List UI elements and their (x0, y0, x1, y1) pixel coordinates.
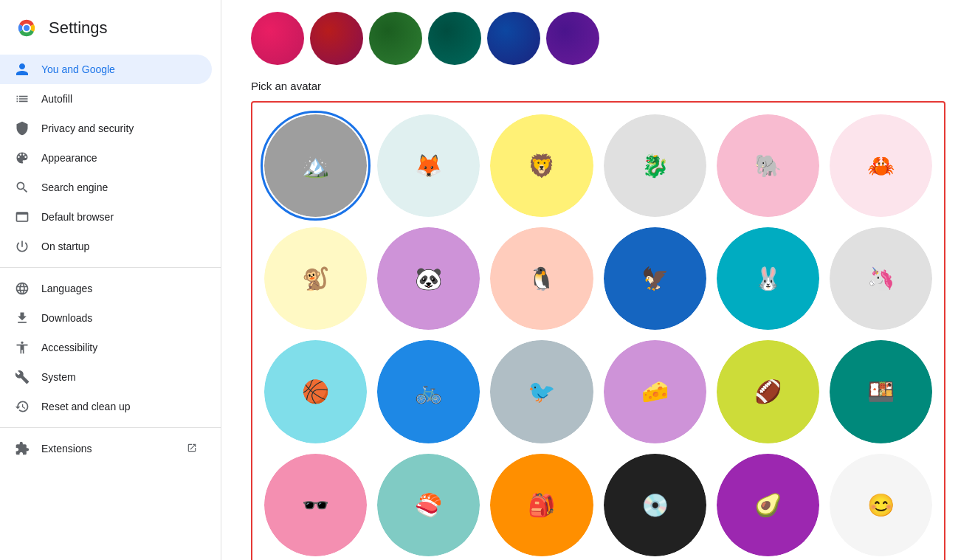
sidebar-item-extensions[interactable]: Extensions (0, 434, 212, 463)
sidebar-item-on-startup[interactable]: On startup (0, 232, 212, 261)
avatar-image: 🎒 (490, 454, 593, 556)
avatar-image: 🏈 (717, 340, 819, 443)
avatar-item[interactable]: 🐰 (717, 227, 819, 330)
sidebar-item-label-downloads: Downloads (41, 312, 92, 324)
section-title: Pick an avatar (251, 80, 945, 92)
sidebar-item-search-engine[interactable]: Search engine (0, 173, 212, 202)
avatar-item[interactable]: 🐉 (604, 114, 706, 217)
shield-icon (15, 121, 30, 136)
avatar-image: 🐒 (264, 227, 367, 330)
avatar-item[interactable]: 🐦 (490, 340, 593, 443)
sidebar-item-downloads[interactable]: Downloads (0, 303, 212, 333)
sidebar-item-languages[interactable]: Languages (0, 274, 212, 303)
search-icon (15, 180, 30, 195)
avatar-image: 🏔️ (264, 114, 367, 217)
avatar-item[interactable]: 🧀 (604, 340, 706, 443)
sidebar-item-label-languages: Languages (41, 283, 92, 294)
avatar-image: 🦅 (604, 227, 706, 330)
sidebar-item-label-reset-clean: Reset and clean up (41, 401, 131, 412)
avatar-item[interactable]: 🐧 (490, 227, 593, 330)
sidebar-item-label-search-engine: Search engine (41, 182, 108, 193)
avatar-image: 💿 (604, 454, 706, 556)
sidebar-item-accessibility[interactable]: Accessibility (0, 333, 212, 362)
palette-icon (15, 151, 30, 165)
avatar-item[interactable]: 🦊 (377, 114, 480, 217)
avatar-item[interactable]: 🎒 (490, 454, 593, 556)
sidebar-item-appearance[interactable]: Appearance (0, 143, 212, 173)
accessibility-icon (15, 340, 30, 355)
list-icon (15, 91, 30, 106)
sidebar-item-default-browser[interactable]: Default browser (0, 202, 212, 232)
chrome-logo-icon (15, 16, 38, 40)
main-content: Pick an avatar 🏔️🦊🦁🐉🐘🦀🐒🐼🐧🦅🐰🦄🏀🚲🐦🧀🏈🍱🕶️🍣🎒💿🥑… (221, 0, 975, 560)
avatar-grid-wrapper: 🏔️🦊🦁🐉🐘🦀🐒🐼🐧🦅🐰🦄🏀🚲🐦🧀🏈🍱🕶️🍣🎒💿🥑😊🍦🧊🍉🍙🍕🥪 (251, 101, 945, 560)
avatar-image: 🐧 (490, 227, 593, 330)
external-link-icon (187, 443, 197, 455)
avatar-item[interactable]: 🐘 (717, 114, 819, 217)
avatar-image: 🐉 (604, 114, 706, 217)
avatar-image: 🦀 (830, 114, 932, 217)
color-option-0[interactable] (251, 12, 304, 65)
color-bar (251, 0, 945, 80)
avatar-item[interactable]: 🦁 (490, 114, 593, 217)
avatar-item[interactable]: 🦀 (830, 114, 932, 217)
avatar-image: 🐘 (717, 114, 819, 217)
avatar-item[interactable]: 🏀 (264, 340, 367, 443)
avatar-image: 🦁 (490, 114, 593, 217)
sidebar: Settings You and GoogleAutofillPrivacy a… (0, 0, 221, 560)
sidebar-header: Settings (0, 7, 221, 52)
avatar-item[interactable]: 🦄 (830, 227, 932, 330)
sidebar-item-privacy-security[interactable]: Privacy and security (0, 114, 212, 143)
sidebar-item-autofill[interactable]: Autofill (0, 84, 212, 114)
color-option-1[interactable] (310, 12, 363, 65)
person-icon (15, 62, 30, 77)
sidebar-title: Settings (49, 18, 108, 38)
sidebar-nav: You and GoogleAutofillPrivacy and securi… (0, 52, 221, 466)
avatar-image: 🍱 (830, 340, 932, 443)
sidebar-item-label-system: System (41, 371, 76, 383)
avatar-item[interactable]: 💿 (604, 454, 706, 556)
avatar-item[interactable]: 🚲 (377, 340, 480, 443)
sidebar-item-label-appearance: Appearance (41, 152, 97, 164)
color-option-2[interactable] (369, 12, 422, 65)
avatar-grid: 🏔️🦊🦁🐉🐘🦀🐒🐼🐧🦅🐰🦄🏀🚲🐦🧀🏈🍱🕶️🍣🎒💿🥑😊🍦🧊🍉🍙🍕🥪 (264, 114, 932, 560)
sidebar-item-label-default-browser: Default browser (41, 211, 114, 223)
history-icon (15, 399, 30, 414)
avatar-image: 🕶️ (264, 454, 367, 556)
sidebar-item-label-on-startup: On startup (41, 241, 89, 252)
sidebar-item-label-privacy-security: Privacy and security (41, 122, 134, 134)
sidebar-item-you-and-google[interactable]: You and Google (0, 55, 212, 84)
avatar-image: 🐼 (377, 227, 480, 330)
avatar-image: 😊 (830, 454, 932, 556)
sidebar-item-label-extensions: Extensions (41, 443, 92, 454)
sidebar-item-label-autofill: Autofill (41, 93, 72, 105)
sidebar-item-reset-clean[interactable]: Reset and clean up (0, 392, 212, 421)
sidebar-item-system[interactable]: System (0, 362, 212, 392)
avatar-image: 🚲 (377, 340, 480, 443)
avatar-item[interactable]: 😊 (830, 454, 932, 556)
avatar-item[interactable]: 🏔️ (264, 114, 367, 217)
globe-icon (15, 281, 30, 296)
color-option-4[interactable] (487, 12, 540, 65)
power-icon (15, 239, 30, 254)
avatar-item[interactable]: 🍱 (830, 340, 932, 443)
download-icon (15, 311, 30, 325)
avatar-image: 🐰 (717, 227, 819, 330)
sidebar-item-label-accessibility: Accessibility (41, 342, 97, 353)
avatar-item[interactable]: 🍣 (377, 454, 480, 556)
avatar-item[interactable]: 🐼 (377, 227, 480, 330)
avatar-item[interactable]: 🏈 (717, 340, 819, 443)
avatar-item[interactable]: 🕶️ (264, 454, 367, 556)
avatar-item[interactable]: 🐒 (264, 227, 367, 330)
color-option-3[interactable] (428, 12, 481, 65)
avatar-image: 🧀 (604, 340, 706, 443)
avatar-item[interactable]: 🦅 (604, 227, 706, 330)
browser-icon (15, 210, 30, 224)
sidebar-item-label-you-and-google: You and Google (41, 63, 115, 75)
avatar-image: 🦄 (830, 227, 932, 330)
color-option-5[interactable] (546, 12, 599, 65)
avatar-item[interactable]: 🥑 (717, 454, 819, 556)
avatar-image: 🥑 (717, 454, 819, 556)
avatar-image: 🏀 (264, 340, 367, 443)
avatar-image: 🍣 (377, 454, 480, 556)
